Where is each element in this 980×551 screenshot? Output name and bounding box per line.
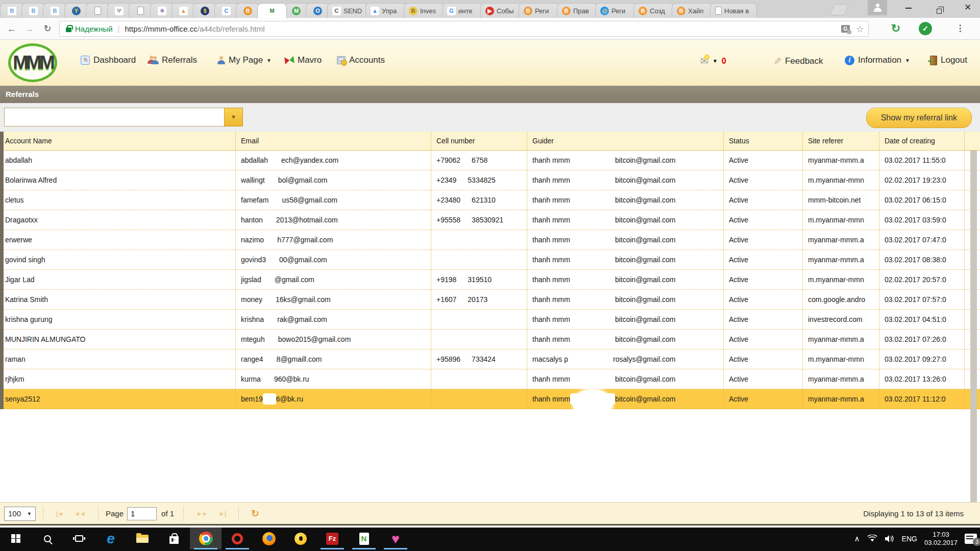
reload-button[interactable]: ↻ — [40, 21, 55, 37]
taskbar-notepadpp[interactable]: N — [348, 528, 380, 549]
forward-button[interactable]: → — [21, 21, 37, 37]
volume-icon[interactable] — [885, 535, 895, 543]
secure-lock-icon[interactable] — [66, 28, 71, 32]
taskbar-store[interactable] — [158, 528, 190, 549]
tray-chevron-icon[interactable]: ∧ — [854, 534, 860, 543]
tab-Собы[interactable]: ▶Собы — [480, 3, 521, 18]
refresh-grid-icon[interactable]: ↻ — [251, 508, 259, 519]
column-header-guider[interactable]: Guider — [527, 132, 724, 150]
tab-Хайп[interactable]: BХайп — [672, 3, 713, 18]
taskbar-firefox[interactable] — [253, 528, 285, 549]
address-bar[interactable]: Надежный | https://mmm-office.cc/a44cb/r… — [59, 21, 869, 37]
taskbar-chrome[interactable] — [190, 528, 222, 549]
column-header-status[interactable]: Status — [724, 132, 803, 150]
table-row[interactable]: cletusfamefamus58@gmail.com+23480621310t… — [0, 190, 980, 210]
table-row[interactable]: Bolarinwa Alfredwallingtbol@gmail.com+23… — [0, 170, 980, 190]
table-row[interactable]: Katrina Smithmoney16ks@gmail.com+1607201… — [0, 290, 980, 310]
table-row[interactable]: erwerwenazimoh777@gmail.comthanh mmmbitc… — [0, 230, 980, 250]
back-button[interactable]: ← — [4, 21, 19, 37]
start-button[interactable] — [0, 528, 32, 549]
minimize-button[interactable] — [894, 0, 923, 15]
combobox-dropdown-icon[interactable]: ▼ — [224, 108, 243, 127]
column-header-email[interactable]: Email — [236, 132, 431, 150]
clock[interactable]: 17:03 03.02.2017 — [924, 531, 958, 547]
tab-инте[interactable]: Gинте — [442, 3, 483, 18]
tab[interactable]: ✳ — [150, 3, 174, 18]
tab-Реги[interactable]: @Реги — [595, 3, 636, 18]
nav-mavro[interactable]: Mavro — [285, 55, 322, 65]
notification-center-icon[interactable]: 3 — [965, 534, 977, 544]
tab[interactable]: B — [43, 3, 67, 18]
table-row[interactable]: MUNJIRIN ALMUNGATOmteguhbowo2015@gmail.c… — [0, 330, 980, 349]
nav-information[interactable]: i Information ▼ — [845, 55, 910, 65]
table-row[interactable]: krishna gurungkrishnarak@gmail.comthanh … — [0, 310, 980, 330]
nav-referrals[interactable]: Referrals — [147, 55, 197, 65]
tab[interactable] — [86, 3, 110, 18]
nav-dashboard[interactable]: ✎ Dashboard — [81, 55, 136, 65]
new-tab-button[interactable] — [829, 4, 849, 15]
taskbar-icq[interactable] — [285, 528, 316, 549]
wifi-icon[interactable] — [867, 535, 877, 542]
tab[interactable]: M — [284, 3, 308, 18]
taskbar-explorer[interactable] — [127, 528, 158, 549]
page-number-input[interactable] — [127, 507, 157, 520]
last-page-icon[interactable]: ►| — [219, 510, 226, 517]
show-referral-link-button[interactable]: Show my referral link — [866, 108, 972, 128]
table-row[interactable]: ramanrange48@gmaill.com+95896733424macsa… — [0, 349, 980, 369]
taskbar-edge[interactable]: e — [95, 528, 127, 549]
table-row[interactable]: govind singhgovind300@gmail.comthanh mmm… — [0, 250, 980, 270]
nav-logout[interactable]: Logout — [930, 55, 967, 65]
language-indicator[interactable]: ENG — [902, 535, 917, 543]
tab[interactable]: O — [306, 3, 330, 18]
referral-filter-combobox[interactable]: ▼ — [4, 108, 243, 127]
tab[interactable]: ▲ — [172, 3, 195, 18]
table-row[interactable]: rjhjkmkurma960@bk.ruthanh mmmbitcoin@gma… — [0, 369, 980, 389]
tab[interactable]: Ψ — [107, 3, 131, 18]
first-page-icon[interactable]: |◄ — [56, 510, 63, 517]
tab-Новая в[interactable]: Новая в — [710, 3, 757, 18]
tab[interactable]: M — [257, 3, 287, 18]
tab-SEND[interactable]: CSEND — [327, 3, 368, 18]
column-header-name[interactable]: Account Name — [0, 132, 236, 150]
taskbar-filezilla[interactable]: Fz — [316, 528, 348, 549]
column-header-referer[interactable]: Site referer — [803, 132, 879, 150]
tab[interactable] — [129, 3, 153, 18]
table-row[interactable]: Jigar Ladjigslad@gmail.com+9198319510tha… — [0, 270, 980, 290]
next-page-icon[interactable]: ►► — [197, 510, 208, 517]
extension-green-icon[interactable]: ✓ — [919, 22, 932, 35]
column-header-cell[interactable]: Cell number — [431, 132, 527, 150]
bookmark-star-icon[interactable]: ☆ — [856, 23, 864, 35]
taskbar-opera[interactable] — [222, 528, 253, 549]
tab-Реги[interactable]: BРеги — [519, 3, 559, 18]
prev-page-icon[interactable]: ◄◄ — [74, 510, 85, 517]
tab[interactable]: Y — [64, 3, 88, 18]
tab-Прав[interactable]: BПрав — [557, 3, 598, 18]
nav-mail[interactable]: ✉ ▼ 0 — [700, 55, 726, 67]
taskbar-heart-app[interactable]: ♥ — [380, 528, 411, 549]
nav-feedback[interactable]: ✎ Feedback — [773, 55, 823, 67]
column-header-date[interactable]: Date of creating — [879, 132, 965, 150]
close-button[interactable]: ✕ — [953, 0, 980, 15]
profile-avatar[interactable] — [868, 0, 887, 15]
tab[interactable]: B — [21, 3, 45, 18]
table-row[interactable]: abdallahabdallahech@yandex.com+790626758… — [0, 151, 980, 170]
chrome-menu-icon[interactable]: ⋮ — [953, 22, 967, 35]
table-row[interactable]: senya2512bem196@bk.ruthanh mmmbitcoin@gm… — [0, 389, 980, 409]
translate-icon[interactable]: G — [841, 25, 850, 33]
tab-Упра[interactable]: ▲Упра — [365, 3, 406, 18]
nav-my-page[interactable]: My Page ▼ — [217, 55, 272, 65]
tab[interactable]: C — [214, 3, 238, 18]
tab-Созд[interactable]: BСозд — [633, 3, 674, 18]
extension-sync-icon[interactable]: ↻ — [889, 22, 902, 35]
tab-Inves[interactable]: BInves — [404, 3, 445, 18]
nav-accounts[interactable]: Accounts — [337, 55, 385, 65]
grid-scrollbar[interactable] — [970, 151, 977, 502]
mmm-logo[interactable]: MMM — [8, 43, 57, 82]
taskbar-search[interactable] — [32, 528, 63, 549]
tab[interactable]: B — [0, 3, 24, 18]
restore-button[interactable] — [925, 0, 953, 15]
tab[interactable]: B — [236, 3, 260, 18]
table-row[interactable]: Dragaotxxhanton2013@hotmail.com+95558385… — [0, 210, 980, 230]
tab[interactable]: $ — [193, 3, 217, 18]
secure-label[interactable]: Надежный — [75, 24, 113, 33]
